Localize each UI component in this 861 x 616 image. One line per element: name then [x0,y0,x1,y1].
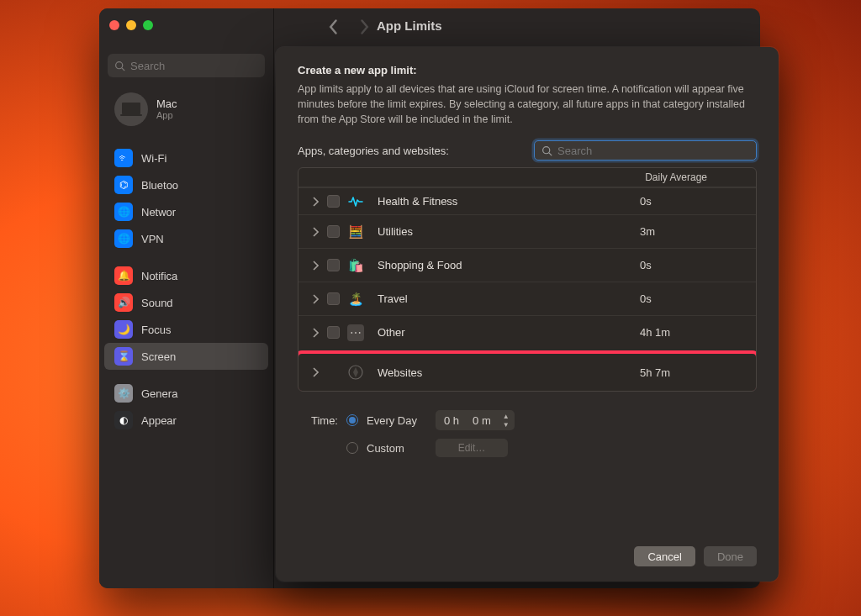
categories-list: Daily Average Health & Fitness 0s 🧮 Util… [298,167,757,392]
moon-icon: 🌙 [114,320,133,339]
modal-description: App limits apply to all devices that are… [298,82,757,127]
minutes-value: 0 m [473,414,491,427]
sidebar-search[interactable]: Search [108,54,265,77]
travel-icon: 🏝️ [347,291,364,308]
expand-chevron[interactable] [304,294,327,304]
modal-footer: Cancel Done [298,546,757,566]
svg-rect-3 [120,114,142,116]
sidebar-item-focus[interactable]: 🌙Focus [104,316,268,343]
category-time: 0s [640,259,749,271]
time-area: Time: Every Day 0 h 0 m ▲ ▼ Custom Edit… [298,410,757,457]
gear-icon: ⚙️ [114,384,133,403]
network-icon: 🌐 [114,203,133,221]
sidebar-item-appearance[interactable]: ◐Appear [104,407,268,434]
sidebar-item-vpn[interactable]: 🌐VPN [104,225,268,252]
sidebar-item-wifi[interactable]: ᯤWi-Fi [104,145,268,171]
hours-value: 0 h [444,414,459,427]
wifi-icon: ᯤ [114,149,133,167]
category-time: 5h 7m [640,366,749,379]
stepper-down[interactable]: ▼ [501,420,511,429]
svg-line-5 [549,153,552,155]
shopping-icon: 🛍️ [347,257,364,274]
minimize-button[interactable] [126,20,136,30]
custom-radio[interactable] [346,442,358,454]
category-time: 0s [640,292,749,305]
category-name: Health & Fitness [372,195,640,208]
sidebar-item-sound[interactable]: 🔊Sound [104,289,268,316]
other-icon: ⋯ [347,324,364,341]
category-name: Other [372,326,640,339]
category-name: Utilities [372,225,640,238]
cancel-button[interactable]: Cancel [634,546,695,566]
category-time: 4h 1m [640,326,749,339]
sidebar-item-screentime[interactable]: ⌛Screen [104,343,268,370]
modal-search[interactable] [534,140,757,161]
health-fitness-icon [347,193,364,210]
expand-chevron[interactable] [304,197,327,207]
category-name: Travel [372,292,640,305]
time-label: Time: [298,414,338,427]
sidebar-item-network[interactable]: 🌐Networ [104,198,268,225]
close-button[interactable] [109,20,119,30]
every-day-label: Every Day [367,414,427,427]
bluetooth-icon: ⌬ [114,176,133,194]
search-icon [541,145,552,156]
profile-sub: App [156,110,177,121]
svg-point-0 [116,61,123,68]
sidebar-item-general[interactable]: ⚙️Genera [104,380,268,407]
category-other[interactable]: ⋯ Other 4h 1m [298,315,756,349]
sidebar-item-notifications[interactable]: 🔔Notifica [104,262,268,289]
appearance-icon: ◐ [114,411,133,429]
daily-average-header: Daily Average [645,171,741,183]
category-health-fitness[interactable]: Health & Fitness 0s [298,187,756,214]
category-time: 0s [640,195,749,208]
category-checkbox[interactable] [327,195,340,208]
sidebar: Search Mac App ᯤWi-Fi ⌬Bluetoo 🌐Networ 🌐… [99,8,274,588]
profile-avatar [114,92,148,126]
edit-button[interactable]: Edit… [436,439,508,457]
category-checkbox[interactable] [327,259,340,271]
category-websites[interactable]: Websites 5h 7m [298,354,756,391]
custom-label: Custom [367,442,427,455]
profile-texts: Mac App [156,97,177,122]
stepper-arrows: ▲ ▼ [501,412,511,429]
create-app-limit-modal: Create a new app limit: App limits apply… [276,47,779,582]
utilities-icon: 🧮 [347,224,364,240]
category-time: 3m [640,225,749,238]
hourglass-icon: ⌛ [114,347,133,366]
expand-chevron[interactable] [304,367,327,377]
done-button[interactable]: Done [704,546,757,566]
svg-point-4 [543,147,550,154]
category-shopping-food[interactable]: 🛍️ Shopping & Food 0s [298,248,756,282]
stepper-up[interactable]: ▲ [501,412,511,420]
expand-chevron[interactable] [304,227,327,237]
category-checkbox[interactable] [327,225,340,238]
traffic-lights [109,20,153,30]
category-utilities[interactable]: 🧮 Utilities 3m [298,214,756,248]
svg-line-1 [122,67,124,70]
profile-name: Mac [156,97,177,111]
svg-rect-2 [122,103,140,114]
maximize-button[interactable] [143,20,153,30]
modal-search-input[interactable] [557,145,749,157]
bell-icon: 🔔 [114,266,133,285]
category-travel[interactable]: 🏝️ Travel 0s [298,282,756,315]
category-checkbox[interactable] [327,292,340,305]
profile-row[interactable]: Mac App [104,86,268,133]
list-header: Daily Average [298,168,756,187]
time-stepper[interactable]: 0 h 0 m ▲ ▼ [436,410,515,430]
expand-chevron[interactable] [304,261,327,271]
compass-icon [347,364,364,381]
category-name: Shopping & Food [372,259,640,271]
category-name: Websites [372,366,640,379]
categories-label: Apps, categories and websites: [298,145,449,157]
search-icon [114,61,125,71]
sidebar-search-placeholder: Search [130,60,165,72]
highlight-annotation: Websites 5h 7m [298,350,757,392]
modal-title: Create a new app limit: [298,64,757,76]
expand-chevron[interactable] [304,328,327,338]
sound-icon: 🔊 [114,293,133,312]
category-checkbox[interactable] [327,326,340,339]
every-day-radio[interactable] [346,414,358,426]
sidebar-item-bluetooth[interactable]: ⌬Bluetoo [104,171,268,198]
